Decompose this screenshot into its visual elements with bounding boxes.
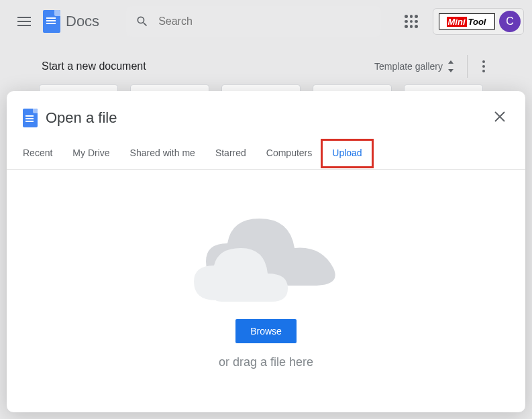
account-avatar[interactable]: C — [499, 11, 521, 32]
unfold-icon — [447, 60, 455, 72]
search-icon — [136, 15, 149, 28]
tab-upload[interactable]: Upload — [332, 147, 362, 158]
drag-hint-text: or drag a file here — [219, 355, 313, 369]
search-box[interactable] — [126, 6, 381, 37]
main-menu-button[interactable] — [8, 5, 40, 38]
tab-my-drive[interactable]: My Drive — [72, 147, 109, 160]
product-logo[interactable]: Docs — [43, 10, 99, 33]
tab-starred[interactable]: Starred — [215, 147, 246, 160]
close-icon — [494, 111, 505, 122]
template-gallery-label: Template gallery — [374, 61, 443, 72]
hamburger-icon — [17, 17, 31, 26]
app-header: Docs MiniTool C — [0, 0, 532, 43]
dialog-header: Open a file — [23, 107, 509, 129]
open-file-dialog: Open a file Recent My Drive Shared with … — [7, 91, 525, 412]
account-wrap: MiniTool C — [433, 8, 524, 35]
search-input[interactable] — [158, 15, 372, 27]
start-new-doc-title: Start a new document — [42, 60, 146, 72]
docs-icon — [23, 109, 38, 127]
template-gallery-button[interactable]: Template gallery — [374, 60, 455, 72]
tab-recent[interactable]: Recent — [23, 147, 52, 160]
header-right-tools: MiniTool C — [398, 8, 524, 35]
browse-button[interactable]: Browse — [235, 319, 297, 343]
upload-drop-zone[interactable]: Browse or drag a file here — [23, 170, 509, 412]
tab-computers[interactable]: Computers — [266, 147, 312, 160]
apps-grid-icon — [405, 15, 418, 28]
annotation-highlight: Upload — [321, 139, 373, 168]
product-name: Docs — [66, 13, 99, 30]
tab-shared-with-me[interactable]: Shared with me — [130, 147, 195, 160]
start-new-doc-bar: Start a new document Template gallery — [0, 43, 532, 84]
dialog-title: Open a file — [46, 109, 117, 127]
docs-icon — [43, 10, 60, 33]
cloud-illustration — [179, 206, 354, 307]
close-dialog-button[interactable] — [490, 107, 509, 129]
dialog-tabs: Recent My Drive Shared with me Starred C… — [7, 147, 525, 170]
more-options-button[interactable] — [467, 55, 490, 78]
start-right-controls: Template gallery — [374, 55, 490, 78]
google-apps-button[interactable] — [398, 8, 425, 35]
minitool-badge: MiniTool — [439, 13, 495, 29]
